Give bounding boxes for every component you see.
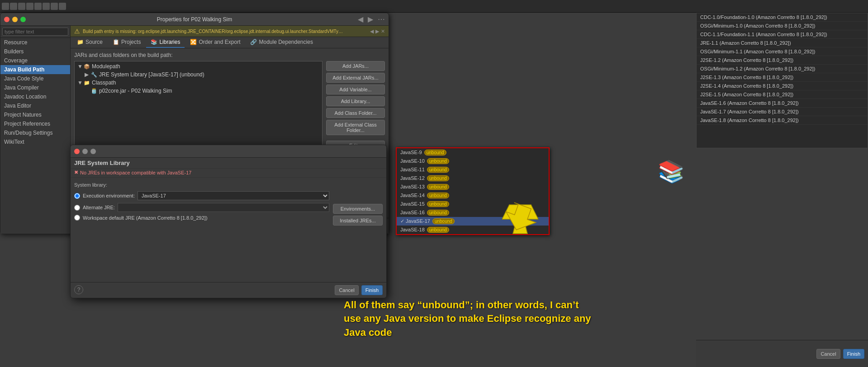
add-class-folder-button[interactable]: Add Class Folder... (326, 108, 385, 118)
tab-projects[interactable]: 📋Projects (108, 37, 145, 48)
sidebar-item-java-compiler[interactable]: Java Compiler (0, 83, 70, 92)
jre-dropdown-item[interactable]: JavaSE-10 unbound (397, 157, 549, 165)
maximize-button[interactable] (20, 17, 26, 22)
workspace-jre-row: Workspace default JRE (Amazon Corretto 8… (74, 215, 329, 221)
sidebar-item-java-build-path[interactable]: Java Build Path (0, 65, 70, 74)
right-panel-item[interactable]: J2SE-1.4 (Amazon Corretto 8 [1.8.0_292]) (697, 82, 868, 90)
execution-env-select[interactable]: JavaSE-17 (138, 191, 329, 200)
annotation-content: All of them say “unbound”; in other word… (344, 299, 591, 339)
tab-libraries[interactable]: 📚Libraries (146, 37, 185, 48)
nav-forward-icon[interactable]: ▶ (368, 15, 373, 24)
system-library-label: System library: (74, 181, 329, 188)
jre-minimize-button[interactable] (82, 149, 88, 154)
environments-button[interactable]: Environments... (333, 204, 383, 214)
dialog-title: Properties for P02 Walking Sim (157, 16, 232, 23)
nav-back-icon[interactable]: ◀ (358, 15, 363, 24)
sidebar-filter-input[interactable] (2, 28, 68, 36)
warning-back-icon[interactable]: ◀ (370, 28, 374, 34)
tree-item[interactable]: ▼📁Classpath (76, 79, 321, 87)
jre-help-icon[interactable]: ? (74, 285, 83, 294)
jre-dropdown-item[interactable]: JavaSE-11 unbound (397, 165, 549, 174)
installed-jres-button[interactable]: Installed JREs... (333, 216, 383, 226)
tab-module-dependencies[interactable]: 🔗Module Dependencies (246, 37, 317, 48)
tree-item[interactable]: 🫙p02core.jar - P02 Walking Sim (76, 87, 321, 95)
build-path-label: JARs and class folders on the build path… (74, 52, 385, 58)
sidebar-item-project-references[interactable]: Project References (0, 119, 70, 128)
right-panel-item[interactable]: JavaSE-1.6 (Amazon Corretto 8 [1.8.0_292… (697, 99, 868, 108)
workspace-jre-radio[interactable] (74, 215, 80, 221)
jre-maximize-button[interactable] (90, 149, 96, 154)
right-panel-item[interactable]: OSGi/Minimum-1.1 (Amazon Corretto 8 [1.8… (697, 47, 868, 56)
toolbar-icon-3 (18, 3, 25, 10)
right-panel-item[interactable]: CDC-1.0/Foundation-1.0 (Amazon Corretto … (697, 13, 868, 22)
close-button[interactable] (4, 17, 9, 22)
sidebar-items: ResourceBuildersCoverageJava Build PathJ… (0, 38, 70, 234)
right-panel-item[interactable]: JavaSE-1.7 (Amazon Corretto 8 [1.8.0_292… (697, 108, 868, 116)
jre-body: System library: Execution environment: J… (71, 178, 386, 282)
alternate-jre-radio[interactable] (74, 205, 80, 211)
sidebar-item-java-code-style[interactable]: Java Code Style (0, 74, 70, 83)
jre-subtitle-text: No JREs in workspace compatible with Jav… (80, 170, 191, 175)
sidebar-item-resource[interactable]: Resource (0, 38, 70, 47)
minimize-button[interactable] (12, 17, 18, 22)
right-panel-item[interactable]: J2SE-1.3 (Amazon Corretto 8 [1.8.0_292]) (697, 73, 868, 82)
tree-item[interactable]: ▼📦Modulepath (76, 62, 321, 71)
jre-finish-button[interactable]: Finish (361, 285, 383, 295)
jre-dropdown-item[interactable]: JavaSE-12 unbound (397, 174, 549, 183)
bottom-finish-button[interactable]: Finish (843, 349, 864, 359)
warning-bar: ⚠ Build path entry is missing: org.eclip… (71, 26, 389, 37)
right-panel-item[interactable]: OSGi/Minimum-1.0 (Amazon Corretto 8 [1.8… (697, 22, 868, 30)
add-library-button[interactable]: Add Library... (326, 96, 385, 106)
warning-text: Build path entry is missing: org.eclipse… (83, 29, 345, 34)
jre-close-button[interactable] (74, 149, 80, 154)
alternate-jre-select[interactable] (118, 203, 329, 212)
bottom-cancel-button[interactable]: Cancel (816, 349, 840, 359)
right-panel-item[interactable]: JRE-1.1 (Amazon Corretto 8 [1.8.0_292]) (697, 39, 868, 47)
execution-env-label: Execution environment: (83, 193, 135, 198)
warning-close-icon[interactable]: ✕ (381, 28, 385, 34)
jre-dropdown-item[interactable]: JavaSE-9 unbound (397, 148, 549, 157)
add-jars-button[interactable]: Add JARs... (326, 61, 385, 71)
sidebar-item-project-natures[interactable]: Project Natures (0, 110, 70, 119)
right-panel-item[interactable]: J2SE-1.2 (Amazon Corretto 8 [1.8.0_292]) (697, 56, 868, 65)
toolbar (0, 0, 868, 13)
right-panel-item[interactable]: JavaSE-1.8 (Amazon Corretto 8 [1.8.0_292… (697, 116, 868, 125)
jre-dropdown-item[interactable]: JavaSE-13 unbound (397, 183, 549, 191)
tree-item[interactable]: ▶🔧JRE System Library [JavaSE-17] (unboun… (76, 71, 321, 79)
bottom-right-buttons: Cancel Finish (696, 340, 868, 367)
jre-footer: ? Cancel Finish (71, 282, 386, 298)
execution-env-radio[interactable] (74, 193, 80, 199)
tab-order-and-export[interactable]: 🔀Order and Export (185, 37, 245, 48)
toolbar-icon-5 (34, 3, 42, 10)
add-external-jars-button[interactable]: Add External JARs... (326, 73, 385, 83)
tab-source[interactable]: 📁Source (72, 37, 107, 48)
toolbar-icon-7 (51, 3, 58, 10)
add-variable-button[interactable]: Add Variable... (326, 85, 385, 94)
right-panel-item[interactable]: CDC-1.1/Foundation-1.1 (Amazon Corretto … (697, 30, 868, 39)
alternate-jre-label: Alternate JRE: (83, 205, 115, 210)
sidebar-item-wikitext[interactable]: WikiText (0, 137, 70, 146)
annotation-text: All of them say “unbound”; in other word… (344, 298, 597, 340)
sidebar: ResourceBuildersCoverageJava Build PathJ… (0, 26, 71, 234)
toolbar-icon-8 (59, 3, 66, 10)
alternate-jre-row: Alternate JRE: (74, 203, 329, 212)
sidebar-item-javadoc-location[interactable]: Javadoc Location (0, 92, 70, 101)
jre-cancel-button[interactable]: Cancel (335, 285, 358, 295)
sidebar-item-builders[interactable]: Builders (0, 47, 70, 56)
jre-error-icon: ✖ (74, 169, 78, 175)
sidebar-item-run/debug-settings[interactable]: Run/Debug Settings (0, 128, 70, 137)
sidebar-item-java-editor[interactable]: Java Editor (0, 101, 70, 110)
menu-icon[interactable]: ⋯ (378, 15, 385, 24)
right-panel-item[interactable]: J2SE-1.5 (Amazon Corretto 8 [1.8.0_292]) (697, 90, 868, 99)
tabs-bar: 📁Source📋Projects📚Libraries🔀Order and Exp… (71, 37, 389, 48)
warning-forward-icon[interactable]: ▶ (375, 28, 379, 34)
execution-env-row: Execution environment: JavaSE-17 (74, 191, 329, 200)
toolbar-icon-6 (43, 3, 50, 10)
jre-dropdown-item[interactable]: JavaSE-14 unbound (397, 191, 549, 200)
arrow-annotation (500, 201, 541, 237)
dialog-titlebar: Properties for P02 Walking Sim ◀ ▶ ⋯ (0, 13, 389, 26)
sidebar-item-coverage[interactable]: Coverage (0, 56, 70, 65)
jre-subtitle: ✖ No JREs in workspace compatible with J… (71, 169, 386, 178)
add-external-class-folder-button[interactable]: Add External Class Folder... (326, 120, 385, 135)
right-panel-item[interactable]: OSGi/Minimum-1.2 (Amazon Corretto 8 [1.8… (697, 65, 868, 73)
